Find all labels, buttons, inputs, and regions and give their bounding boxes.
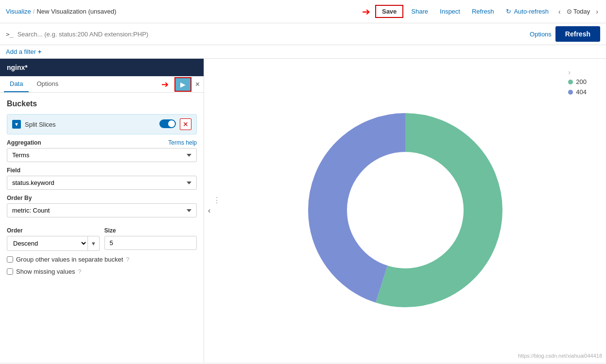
watermark: https://blog.csdn.net/xiahuai044418 (518, 353, 602, 359)
show-missing-checkbox[interactable] (7, 268, 13, 275)
order-col: Order Descend Ascend ▾ (7, 222, 100, 251)
panel-content: Buckets ▾ Split Slices ✕ Aggregation Ter… (0, 93, 204, 363)
share-button[interactable]: Share (407, 6, 432, 17)
order-select[interactable]: Descend Ascend (7, 236, 88, 251)
run-button[interactable]: ▶ (174, 77, 191, 92)
add-filter-link[interactable]: Add a filter + (6, 48, 41, 55)
panel-tabs: Data Options ➔ ▶ × (0, 76, 204, 93)
breadcrumb-separator: / (33, 8, 35, 15)
bucket-toggle-button[interactable] (159, 119, 176, 130)
size-col: Size (104, 222, 197, 251)
main-layout: nginx* Data Options ➔ ▶ × Buckets ▾ Spli… (0, 59, 606, 363)
tab-options[interactable]: Options (31, 76, 64, 92)
collapse-panel-button[interactable]: ‹ (208, 206, 210, 215)
show-missing-help-icon[interactable]: ? (78, 268, 81, 275)
order-select-wrap: Descend Ascend ▾ (7, 236, 100, 251)
group-other-checkbox[interactable] (7, 256, 13, 263)
order-chevron-button[interactable]: ▾ (88, 236, 100, 251)
order-label: Order (7, 227, 100, 234)
left-panel: nginx* Data Options ➔ ▶ × Buckets ▾ Spli… (0, 59, 204, 363)
toggle-thumb (168, 120, 175, 127)
inspect-button[interactable]: Inspect (436, 6, 464, 17)
terms-help-link[interactable]: Terms help (168, 139, 197, 146)
group-other-help-icon[interactable]: ? (126, 256, 129, 263)
size-input[interactable] (104, 236, 197, 250)
field-select[interactable]: status.keyword extension host (7, 176, 197, 190)
donut-chart (289, 94, 522, 328)
bucket-label: Split Slices (25, 121, 156, 128)
group-other-checkbox-row: Group other values in separate bucket ? (7, 256, 197, 263)
toggle-track (159, 119, 176, 128)
next-time-button[interactable]: › (594, 6, 600, 17)
refresh-button[interactable]: Refresh (555, 26, 600, 42)
auto-refresh-button[interactable]: ↻ Auto-refresh (502, 6, 553, 17)
refresh-nav-button[interactable]: Refresh (468, 6, 498, 17)
filter-bar: Add a filter + (0, 45, 606, 59)
run-arrow-annotation: ➔ (161, 79, 169, 90)
right-panel: ‹ ⋮ › 200 404 (204, 59, 606, 363)
search-input[interactable] (17, 31, 526, 38)
bucket-expand-button[interactable]: ▾ (12, 120, 21, 129)
save-button[interactable]: Save (375, 5, 403, 18)
add-filter-plus-icon: + (38, 48, 42, 55)
play-icon: ▶ (180, 81, 186, 88)
breadcrumb: Visualize / New Visualization (unsaved) (6, 8, 356, 15)
bucket-remove-button[interactable]: ✕ (180, 118, 191, 130)
clock-icon: ⊙ (567, 8, 572, 15)
close-panel-button[interactable]: × (195, 80, 200, 89)
aggregation-select[interactable]: Terms Filters Histogram Date Histogram (7, 148, 197, 162)
breadcrumb-visualize-link[interactable]: Visualize (6, 8, 31, 15)
breadcrumb-current-page: New Visualization (unsaved) (36, 8, 116, 15)
today-label: ⊙ Today (567, 8, 590, 15)
show-missing-checkbox-row: Show missing values ? (7, 268, 197, 275)
nav-actions: ➔ Save Share Inspect Refresh ↻ Auto-refr… (362, 5, 600, 18)
save-arrow-annotation: ➔ (362, 6, 370, 17)
order-by-select[interactable]: metric: Count (7, 203, 197, 217)
order-by-label: Order By (7, 195, 197, 201)
chart-area (204, 59, 606, 363)
panel-header: nginx* (0, 59, 204, 76)
aggregation-label: Aggregation Terms help (7, 139, 197, 146)
tab-data[interactable]: Data (4, 76, 29, 92)
buckets-section-title: Buckets (7, 99, 197, 108)
size-label: Size (104, 227, 197, 234)
bucket-split-slices: ▾ Split Slices ✕ (7, 114, 197, 134)
panel-title: nginx* (7, 64, 28, 71)
auto-refresh-icon: ↻ (506, 8, 511, 15)
field-label: Field (7, 167, 197, 174)
search-bar: >_ Options Refresh (0, 23, 606, 45)
donut-center (357, 162, 454, 259)
prev-time-button[interactable]: ‹ (556, 6, 563, 17)
search-prompt-icon: >_ (6, 31, 14, 38)
options-button[interactable]: Options (530, 31, 552, 38)
top-navigation: Visualize / New Visualization (unsaved) … (0, 0, 606, 23)
donut-svg (289, 94, 522, 327)
order-size-row: Order Descend Ascend ▾ Size (7, 222, 197, 251)
